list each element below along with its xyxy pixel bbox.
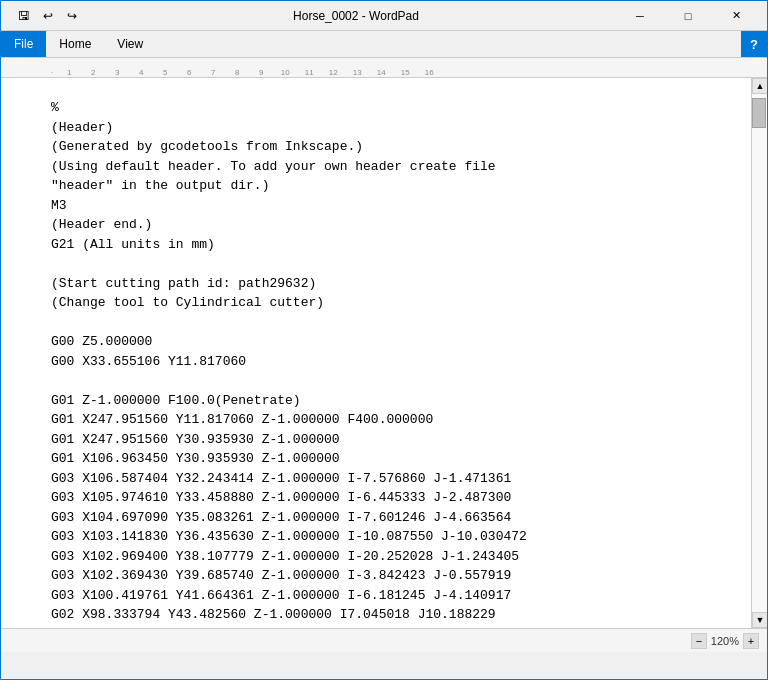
ruler-16: 16 — [417, 68, 441, 77]
tab-home[interactable]: Home — [46, 31, 104, 57]
ruler-10: 10 — [273, 68, 297, 77]
ruler-13: 13 — [345, 68, 369, 77]
ruler-start: · — [51, 68, 53, 77]
tab-view[interactable]: View — [104, 31, 156, 57]
ribbon: File Home View ? — [1, 31, 767, 58]
ruler-6: 6 — [177, 68, 201, 77]
maximize-button[interactable]: □ — [665, 1, 711, 31]
close-button[interactable]: ✕ — [713, 1, 759, 31]
tab-home-label: Home — [59, 37, 91, 51]
main-area: % (Header) (Generated by gcodetools from… — [1, 78, 767, 628]
undo-icon: ↩ — [43, 9, 53, 23]
ruler-4: 4 — [129, 68, 153, 77]
title-bar: 🖫 ↩ ↪ Horse_0002 - WordPad ─ □ ✕ — [1, 1, 767, 31]
save-button[interactable]: 🖫 — [13, 5, 35, 27]
ruler-1: 1 — [57, 68, 81, 77]
ruler-3: 3 — [105, 68, 129, 77]
ruler-5: 5 — [153, 68, 177, 77]
zoom-control: − 120% + — [691, 633, 759, 649]
ribbon-tabs: File Home View ? — [1, 31, 767, 57]
ruler-14: 14 — [369, 68, 393, 77]
window-title: Horse_0002 - WordPad — [95, 9, 617, 23]
zoom-in-button[interactable]: + — [743, 633, 759, 649]
ruler-2: 2 — [81, 68, 105, 77]
ruler-15: 15 — [393, 68, 417, 77]
redo-icon: ↪ — [67, 9, 77, 23]
zoom-out-button[interactable]: − — [691, 633, 707, 649]
tab-view-label: View — [117, 37, 143, 51]
vertical-scrollbar[interactable]: ▲ ▼ — [751, 78, 767, 628]
window-frame: 🖫 ↩ ↪ Horse_0002 - WordPad ─ □ ✕ File — [0, 0, 768, 680]
minimize-button[interactable]: ─ — [617, 1, 663, 31]
ruler-7: 7 — [201, 68, 225, 77]
help-button[interactable]: ? — [741, 31, 767, 57]
scroll-thumb[interactable] — [752, 98, 766, 128]
ruler-8: 8 — [225, 68, 249, 77]
ruler: · 1 2 3 4 5 6 7 8 9 10 11 12 13 14 15 16 — [1, 58, 767, 78]
editor-content[interactable]: % (Header) (Generated by gcodetools from… — [1, 78, 751, 628]
scroll-down-button[interactable]: ▼ — [752, 612, 767, 628]
zoom-level: 120% — [711, 635, 739, 647]
redo-button[interactable]: ↪ — [61, 5, 83, 27]
save-icon: 🖫 — [18, 9, 30, 23]
ruler-11: 11 — [297, 68, 321, 77]
undo-button[interactable]: ↩ — [37, 5, 59, 27]
quick-toolbar: 🖫 ↩ ↪ — [9, 3, 87, 29]
ruler-9: 9 — [249, 68, 273, 77]
title-bar-icons: 🖫 ↩ ↪ — [9, 3, 87, 29]
tab-file[interactable]: File — [1, 31, 46, 57]
status-bar: − 120% + — [1, 628, 767, 652]
tab-file-label: File — [14, 37, 33, 51]
ruler-content: · 1 2 3 4 5 6 7 8 9 10 11 12 13 14 15 16 — [1, 58, 767, 77]
scroll-up-button[interactable]: ▲ — [752, 78, 767, 94]
ruler-12: 12 — [321, 68, 345, 77]
window-controls: ─ □ ✕ — [617, 1, 759, 31]
scroll-track[interactable] — [752, 94, 767, 612]
